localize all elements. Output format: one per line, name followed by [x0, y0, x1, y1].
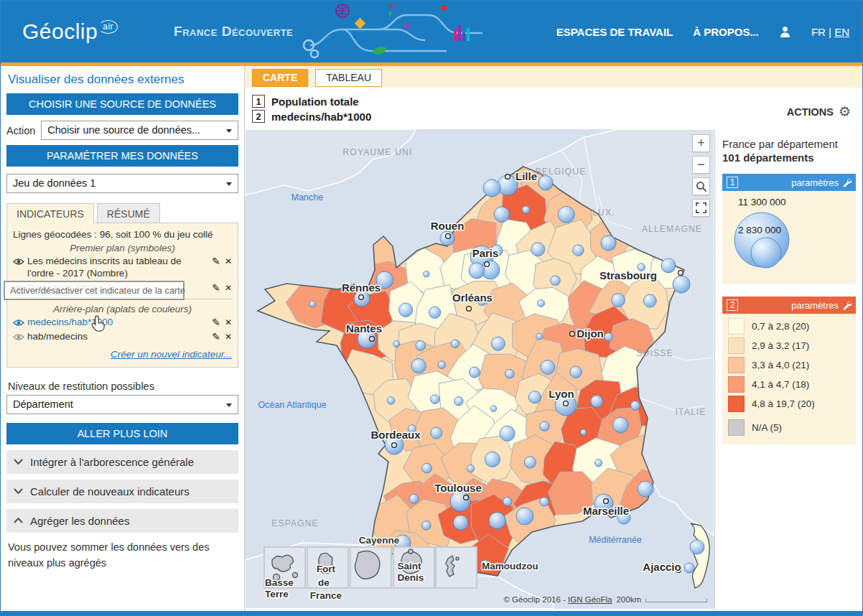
symbol-circle[interactable] — [538, 176, 553, 190]
legend-1-params-button[interactable]: paramètres — [791, 177, 852, 188]
city-marker[interactable] — [464, 495, 469, 500]
delete-x-icon[interactable]: ✕ — [225, 317, 232, 327]
symbol-circle[interactable] — [531, 243, 545, 256]
zoom-in-button[interactable]: + — [692, 134, 710, 152]
symbol-circle[interactable] — [522, 206, 530, 214]
delete-x-icon[interactable]: ✕ — [225, 282, 232, 293]
tab-resume[interactable]: RÉSUMÉ — [97, 203, 160, 223]
symbol-circle[interactable] — [581, 429, 587, 435]
symbol-circle[interactable] — [605, 332, 613, 341]
symbol-circle[interactable] — [430, 395, 439, 404]
actions-menu-button[interactable]: ACTIONS ⚙ — [787, 105, 851, 118]
city-marker[interactable] — [564, 401, 569, 406]
lang-en[interactable]: EN — [834, 26, 849, 38]
nav-a-propos[interactable]: À PROPOS... — [693, 26, 759, 38]
accordion-item-2[interactable]: Agréger les données — [6, 509, 238, 533]
symbol-circle[interactable] — [503, 497, 512, 505]
geoclip-logo[interactable]: Géoclipair — [22, 19, 118, 44]
symbol-circle[interactable] — [399, 303, 413, 317]
symbol-circle[interactable] — [490, 406, 497, 412]
city-marker[interactable] — [370, 337, 375, 342]
city-marker[interactable] — [678, 271, 684, 276]
symbol-circle[interactable] — [528, 391, 541, 403]
symbol-circle[interactable] — [612, 294, 625, 307]
user-icon[interactable] — [779, 26, 791, 38]
symbol-circle[interactable] — [438, 361, 446, 369]
symbol-circle[interactable] — [431, 427, 442, 439]
symbol-circle[interactable] — [570, 366, 582, 378]
delete-x-icon[interactable]: ✕ — [225, 331, 232, 342]
symbol-circle[interactable] — [387, 397, 394, 404]
toggle-visibility-eye[interactable] — [13, 331, 27, 343]
symbol-circle[interactable] — [638, 481, 653, 497]
symbol-circle[interactable] — [690, 540, 704, 554]
symbol-circle[interactable] — [309, 301, 316, 307]
symbol-circle[interactable] — [429, 307, 440, 318]
symbol-circle[interactable] — [494, 207, 509, 222]
edit-pencil-icon[interactable]: ✎ — [212, 317, 220, 328]
edit-pencil-icon[interactable]: ✎ — [212, 256, 220, 267]
symbol-circle[interactable] — [551, 276, 561, 286]
symbol-circle[interactable] — [451, 340, 459, 347]
dataset-select[interactable]: Jeu de données 1 — [6, 174, 238, 193]
tab-carte[interactable]: CARTE — [252, 69, 308, 87]
symbol-circle[interactable] — [416, 341, 426, 351]
city-marker[interactable] — [505, 174, 510, 179]
city-marker[interactable] — [359, 295, 364, 300]
symbol-circle[interactable] — [491, 337, 505, 350]
zoom-select-button[interactable] — [692, 177, 710, 195]
city-marker[interactable] — [467, 307, 472, 312]
accordion-item-0[interactable]: Intégrer à l'arborescence générale — [6, 450, 238, 474]
symbol-circle[interactable] — [467, 465, 474, 472]
city-marker[interactable] — [446, 234, 451, 239]
nav-espaces-de-travail[interactable]: ESPACES DE TRAVAIL — [556, 26, 673, 38]
city-marker[interactable] — [485, 262, 490, 267]
symbol-circle[interactable] — [393, 341, 400, 347]
symbol-circle[interactable] — [483, 179, 500, 197]
symbol-circle[interactable] — [409, 494, 419, 503]
symbol-circle[interactable] — [536, 333, 543, 340]
symbol-circle[interactable] — [454, 397, 463, 406]
edit-pencil-icon[interactable]: ✎ — [212, 282, 220, 294]
symbol-circle[interactable] — [411, 359, 426, 373]
symbol-circle[interactable] — [500, 426, 515, 441]
indicator-label[interactable]: medecins/hab*1000 — [27, 317, 206, 329]
symbol-circle[interactable] — [469, 263, 485, 279]
symbol-circle[interactable] — [684, 563, 694, 573]
symbol-circle[interactable] — [422, 463, 432, 473]
zoom-out-button[interactable]: − — [692, 156, 710, 174]
symbol-circle[interactable] — [538, 299, 545, 307]
symbol-circle[interactable] — [673, 276, 690, 293]
symbol-circle[interactable] — [505, 369, 515, 378]
toggle-visibility-eye[interactable] — [13, 317, 27, 329]
symbol-circle[interactable] — [643, 294, 656, 307]
symbol-circle[interactable] — [540, 498, 549, 507]
symbol-circle[interactable] — [573, 245, 584, 256]
symbol-circle[interactable] — [601, 235, 616, 251]
toggle-visibility-eye[interactable] — [13, 256, 27, 268]
symbol-circle[interactable] — [591, 396, 603, 408]
symbol-circle[interactable] — [541, 360, 555, 375]
symbol-circle[interactable] — [524, 457, 536, 468]
level-select[interactable]: Département — [6, 395, 238, 414]
symbol-circle[interactable] — [661, 258, 676, 273]
choose-source-button[interactable]: CHOISIR UNE SOURCE DE DONNÉES — [6, 93, 238, 115]
symbol-circle[interactable] — [450, 491, 470, 511]
symbol-circle[interactable] — [424, 271, 429, 277]
symbol-circle[interactable] — [612, 417, 628, 433]
configure-data-button[interactable]: PARAMÉTRER MES DONNÉES — [6, 145, 238, 167]
fullscreen-button[interactable] — [692, 199, 710, 217]
city-marker[interactable] — [392, 443, 397, 448]
create-indicator-link[interactable]: Créer un nouvel indicateur... — [13, 349, 232, 360]
symbol-circle[interactable] — [485, 452, 500, 467]
legend-2-params-button[interactable]: paramètres — [791, 300, 852, 311]
attribution-source-link[interactable]: IGN GéoFla — [568, 595, 612, 604]
action-select[interactable]: Choisir une source de données... — [41, 121, 238, 140]
city-marker[interactable] — [604, 499, 609, 504]
city-marker[interactable] — [570, 332, 575, 337]
delete-x-icon[interactable]: ✕ — [225, 256, 232, 266]
symbol-circle[interactable] — [558, 206, 574, 223]
symbol-circle[interactable] — [594, 459, 602, 467]
france-map[interactable]: BasseTerreFortdeFranceCayenneSaintDenisM… — [245, 129, 714, 609]
map-container[interactable]: BasseTerreFortdeFranceCayenneSaintDenisM… — [245, 129, 714, 609]
